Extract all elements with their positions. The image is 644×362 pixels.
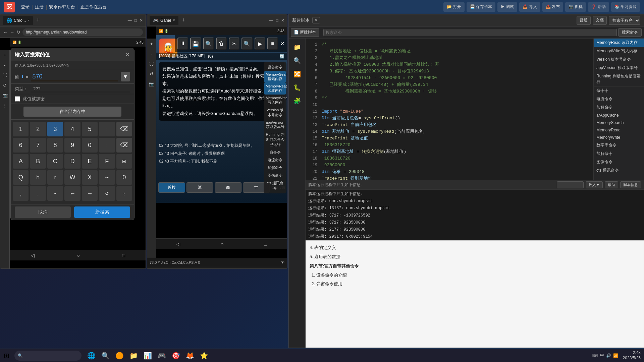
game-btn-nearby[interactable]: 近搜 bbox=[158, 182, 185, 193]
tool-test[interactable]: ▶ 测试 bbox=[497, 2, 517, 12]
mid-maximize-icon[interactable]: □ bbox=[276, 18, 278, 23]
key-tilde[interactable]: ~ bbox=[99, 170, 115, 185]
tool-open[interactable]: 📂 打开 bbox=[443, 2, 464, 12]
close-icon[interactable]: ✕ bbox=[140, 18, 143, 23]
nav-back-icon[interactable]: ◁ bbox=[31, 253, 35, 258]
minimize-icon[interactable]: — bbox=[128, 18, 132, 23]
taskbar-app-dart[interactable]: 🎯 bbox=[169, 349, 182, 362]
output-search-input[interactable] bbox=[557, 181, 584, 188]
emu-mid-vol-down[interactable]: - bbox=[148, 50, 155, 57]
script-info-btn[interactable]: 脚本信息 bbox=[620, 181, 641, 188]
emu-mid-vol-up[interactable]: + bbox=[148, 40, 155, 47]
key-D[interactable]: D bbox=[64, 154, 80, 169]
cmd-cts[interactable]: cts 通讯命令 bbox=[594, 166, 644, 175]
menu-encrypt[interactable]: 加解命令 bbox=[264, 164, 286, 172]
cmd-mem-read2[interactable]: MemoryRead bbox=[594, 126, 644, 134]
key-del1[interactable]: ⌫ bbox=[116, 122, 132, 136]
key-E[interactable]: E bbox=[82, 154, 98, 169]
taskbar-app-game[interactable]: 🎮 bbox=[155, 349, 168, 362]
sidebar-search-icon[interactable]: 🔍 bbox=[291, 55, 303, 67]
start-btn[interactable]: ⊞ bbox=[0, 349, 13, 362]
tab-normal[interactable]: 普通 bbox=[577, 16, 591, 25]
nav-recent-mid[interactable]: □ bbox=[264, 241, 267, 247]
gg-zoom-btn[interactable]: 🔍 bbox=[241, 38, 252, 50]
code-editor[interactable]: /* 寻找基地址 + 偏移量 = 得到需要的地址 1.需要两个模块对比基地址 2… bbox=[319, 39, 593, 180]
nav-recent-icon[interactable]: □ bbox=[122, 253, 125, 258]
sidebar-file-icon[interactable]: 📁 bbox=[291, 41, 303, 53]
key-8[interactable]: 8 bbox=[47, 138, 63, 153]
key-C[interactable]: C bbox=[47, 154, 63, 169]
gg-close-overlay-btn[interactable]: ✕ bbox=[280, 41, 284, 47]
gg-delete-btn[interactable]: 🗑 bbox=[216, 38, 227, 50]
menu-memory-write[interactable]: MemoryWrite 写入内存 bbox=[264, 95, 286, 106]
key-4[interactable]: 4 bbox=[64, 122, 80, 136]
forward-btn[interactable]: → bbox=[10, 29, 14, 35]
url-input[interactable]: http://gameguardian.net/download bbox=[22, 28, 143, 36]
chrome-tab-active[interactable]: 🌐 Chro... × bbox=[3, 16, 33, 25]
key-left-arrow[interactable]: ← bbox=[64, 186, 80, 201]
gg-info-icon[interactable]: ℹ bbox=[22, 75, 23, 79]
tool-save[interactable]: 💾 保存卡本 bbox=[467, 2, 495, 12]
cmd-appversion[interactable]: appVersion 获取版本号 bbox=[594, 64, 644, 72]
menu-version[interactable]: Version 版本号命令 bbox=[264, 106, 286, 119]
tool-learning[interactable]: 📚 学习资源 bbox=[611, 2, 640, 12]
cmd-version[interactable]: Version 版本号命令 bbox=[594, 55, 644, 64]
key-W[interactable]: W bbox=[64, 170, 80, 185]
back-btn[interactable]: ← bbox=[3, 29, 8, 35]
taskbar-app-fox[interactable]: 🦊 bbox=[183, 349, 196, 362]
cmd-jump[interactable]: 命令令 bbox=[594, 86, 644, 95]
key-undo[interactable]: ↺ bbox=[99, 186, 115, 201]
emu-vol-up[interactable]: + bbox=[1, 51, 9, 59]
emu-mid-screen[interactable]: ⛶ bbox=[148, 60, 155, 67]
gg-play-btn[interactable]: ▶ bbox=[255, 38, 265, 50]
game-btn-派[interactable]: 派 bbox=[186, 182, 213, 193]
key-B[interactable]: B bbox=[30, 154, 46, 169]
taskbar-app-ff[interactable]: 🟠 bbox=[113, 349, 126, 362]
key-2[interactable]: 2 bbox=[30, 122, 46, 136]
cmd-arapp[interactable]: arAppCache bbox=[594, 112, 644, 119]
menu-memory-read[interactable]: MemoryRead 读取内存 bbox=[264, 83, 286, 95]
sidebar-ext-icon[interactable]: 🧩 bbox=[291, 95, 303, 107]
emu-screenshot[interactable]: 📷 bbox=[1, 92, 9, 99]
cmd-mem-search[interactable]: MemorySearch bbox=[594, 119, 644, 126]
key-colon[interactable]: : bbox=[99, 122, 115, 136]
gg-menu-btn[interactable]: ≡ bbox=[267, 38, 278, 50]
gg-encrypted-checkbox[interactable] bbox=[15, 96, 20, 102]
emu-fullscreen[interactable]: ⛶ bbox=[1, 71, 9, 79]
key-dot[interactable]: . bbox=[30, 186, 46, 201]
gg-search-btn-ov[interactable]: 🔍 bbox=[203, 38, 214, 50]
gg-scope-btn[interactable]: 在全部内存中 bbox=[23, 107, 121, 117]
sidebar-debug-icon[interactable]: 🐛 bbox=[291, 81, 303, 94]
key-7[interactable]: 7 bbox=[30, 138, 46, 153]
lang-indicator[interactable]: 中 bbox=[600, 353, 604, 358]
cmd-encode[interactable]: 加解命令 bbox=[594, 103, 644, 112]
key-del2[interactable]: ⌫ bbox=[116, 138, 132, 153]
taskbar-app-chrome[interactable]: 🌐 bbox=[85, 349, 98, 362]
tool-import[interactable]: 📥 导入 bbox=[519, 2, 540, 12]
key-Q[interactable]: Q bbox=[13, 170, 29, 185]
sidebar-git-icon[interactable]: 🔀 bbox=[291, 68, 303, 80]
appbar-action-backend[interactable]: 正是作在后台 bbox=[80, 4, 107, 10]
insert-btn[interactable]: 插入▼ bbox=[586, 181, 603, 188]
cmd-num-rate[interactable]: 数字率命令 bbox=[594, 141, 644, 149]
key-1[interactable]: 1 bbox=[13, 122, 29, 136]
key-semicolon[interactable]: ; bbox=[99, 138, 115, 153]
emu-vol-down[interactable]: - bbox=[1, 61, 9, 69]
key-X[interactable]: X bbox=[82, 170, 98, 185]
taskbar-app-excel[interactable]: 📊 bbox=[141, 349, 154, 362]
emu-rotate[interactable]: ↺ bbox=[1, 81, 9, 89]
gg-search-btn[interactable]: 新搜索 bbox=[74, 206, 130, 218]
menu-device[interactable]: 设备命令 bbox=[264, 63, 286, 71]
key-comma[interactable]: , bbox=[13, 186, 29, 201]
menu-electric[interactable]: 电流命令 bbox=[264, 156, 286, 164]
taskbar-app-star[interactable]: ⭐ bbox=[198, 349, 210, 362]
cmd-decode[interactable]: 加解命令 bbox=[594, 149, 644, 158]
gg-dialog-close[interactable]: ✕ bbox=[125, 51, 130, 58]
close-script-btn[interactable]: ✕ bbox=[312, 17, 320, 23]
game-tab-close[interactable]: × bbox=[173, 18, 175, 22]
key-right-arrow[interactable]: → bbox=[82, 186, 98, 201]
key-minus[interactable]: - bbox=[47, 186, 63, 201]
maximize-icon[interactable]: □ bbox=[135, 18, 137, 23]
taskbar-search[interactable]: 🔍 bbox=[14, 351, 82, 361]
search-cmd-btn[interactable]: 搜索命令 bbox=[618, 28, 642, 37]
